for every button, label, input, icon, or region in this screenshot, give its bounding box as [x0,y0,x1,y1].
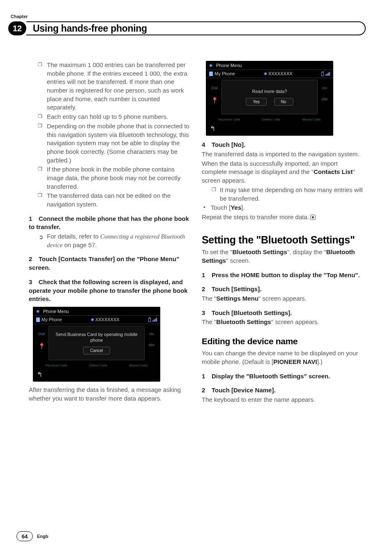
ui-screenshot-read-more: ✱ Phone Menu My Phone ✱XXXXXXXX Dial📍 ct… [206,61,333,136]
chapter-title-bar: 12 Using hands-free phoning [8,20,366,38]
step-num: 3 [202,309,212,317]
step-title: Touch [Device Name]. [212,387,276,394]
ss-left-tabs: Dial📍 [208,80,221,123]
marker-icon: 📍 [208,97,221,104]
ss-tab: Missed Calls [129,363,148,368]
action-item: Touch [Yes]. [203,204,363,212]
note-item: It may take time depending on how many e… [212,186,363,203]
ss-body: Dial📍 ctssfer Send Business Card by oper… [33,324,160,368]
battery-icon [148,318,151,322]
step-heading: 1Press the HOME button to display the "T… [202,271,363,280]
ss-tab: Missed Calls [302,117,321,122]
step-text: The "Bluetooth Settings" screen appears. [202,318,363,327]
step-num: 1 [202,372,212,381]
left-column: The maximum 1 000 entries can be transfe… [29,61,190,404]
step-num: 1 [202,271,212,280]
ss-message: Send Business Card by operating mobileph… [55,331,137,343]
sec2-step-3: 3Touch [Bluetooth Settings]. The "Blueto… [202,309,363,327]
ss-device-row: My Phone ✱XXXXXXXX [206,70,333,78]
signal-icon [152,318,157,322]
ss-tab-partial: sfer [145,343,159,348]
language-code: Engb [37,534,48,539]
step-1: 1Connect the mobile phone that has the p… [29,215,190,250]
step-title: Touch [Bluetooth Settings]. [212,309,292,316]
bullet-item: The transferred data can not be edited o… [38,192,190,208]
ss-tab-partial: cts [318,86,332,90]
step-heading: 1Display the "Bluetooth Settings" screen… [202,372,363,381]
page-number: 64 [16,531,33,541]
ss-bottom-tabs: Received Calls Dialled Calls Missed Call… [208,117,332,122]
battery-icon [321,72,324,76]
chapter-label: Chapter [8,14,363,19]
ss-device-row: My Phone ✱XXXXXXXX [33,315,160,324]
back-icon[interactable]: ↰ [33,368,160,379]
ss-titlebar: ✱ Phone Menu [33,307,160,315]
section-intro: To set the "Bluetooth Settings", display… [202,248,363,265]
yes-button[interactable]: Yes [246,98,266,106]
ss-tab: Received Calls [218,117,240,122]
ss-tab: Dialled Calls [262,117,280,122]
cancel-button[interactable]: Cancel [83,347,110,355]
right-column: ✱ Phone Menu My Phone ✱XXXXXXXX Dial📍 ct… [202,61,363,404]
ss-bottom-tabs: Received Calls Dialled Calls Missed Call… [35,363,159,368]
phone-icon [209,72,213,76]
ss-msg-line: Send Business Card by operating mobile [55,332,137,337]
ss-device-id: XXXXXXXX [268,71,293,76]
chapter-title: Using hands-free phoning [33,23,147,34]
step-title: Check that the following screen is displ… [29,278,188,302]
section-heading-editing-device-name: Editing the device name [202,336,363,348]
ss-dialog: Send Business Card by operating mobileph… [48,326,145,360]
page-footer: 64 Engb [16,531,48,541]
content-columns: The maximum 1 000 entries can be transfe… [29,61,363,404]
reference-list: For details, refer to Connecting a regis… [29,232,190,249]
step-2: 2Touch [Contacts Transfer] on the "Phone… [29,255,190,272]
signal-icon [325,72,330,76]
bluetooth-icon: ✱ [264,72,267,76]
ss-message: Read more data? [252,88,287,94]
step-heading: 1Connect the mobile phone that has the p… [29,215,190,232]
phone-icon [36,317,40,322]
step-title: Touch [Settings]. [212,285,261,292]
after-transfer-text: After transferring the data is finished,… [29,386,190,403]
ss-device-label: My Phone [214,71,235,77]
step-3: 3Check that the following screen is disp… [29,278,190,303]
ss-tab-partial: sfer [318,97,332,102]
ss-tab: Dialled Calls [89,363,107,368]
bullet-item: Depending on the mobile phone that is co… [38,122,190,164]
ui-screenshot-send-card: ✱ Phone Menu My Phone ✱XXXXXXXX Dial📍 ct… [33,307,160,382]
ss-right-tabs: ctssfer [145,326,159,368]
step-text: The keyboard to enter the name appears. [202,396,363,404]
sec3-step-1: 1Display the "Bluetooth Settings" screen… [202,372,363,381]
action-list: Touch [Yes]. [202,204,363,212]
step-num: 2 [29,255,39,264]
bullet-item: Each entry can hold up to 5 phone number… [38,113,190,121]
step-title: Touch [No]. [212,141,245,148]
sec2-step-2: 2Touch [Settings]. The "Settings Menu" s… [202,285,363,303]
ss-msg-line: phone [90,338,103,343]
back-icon[interactable]: ↰ [206,123,333,133]
sec3-step-2: 2Touch [Device Name]. The keyboard to en… [202,386,363,404]
ss-title: Phone Menu [43,308,69,315]
ss-device-label: My Phone [42,317,62,323]
ss-tab-partial: cts [145,331,159,336]
step-title: Press the HOME button to display the "To… [212,271,360,278]
step-heading: 2Touch [Device Name]. [202,386,363,395]
marker-icon: 📍 [35,343,48,350]
info-bullets: The maximum 1 000 entries can be transfe… [29,61,190,209]
no-button[interactable]: No [274,98,293,106]
section-end-icon [310,215,316,220]
step-num: 4 [202,141,212,149]
ref-suffix: on page 57. [62,241,97,248]
ss-dialog: Read more data? Yes No [221,80,318,114]
step-title: Display the "Bluetooth Settings" screen. [212,373,330,380]
ss-right-tabs: ctssfer [318,80,332,123]
repeat-text: Repeat the steps to transfer more data. [202,213,363,222]
ss-button-row: Yes No [246,98,293,106]
ss-device-id: XXXXXXXX [95,317,120,322]
chapter-number-pill: 12 [8,21,26,35]
page: Chapter 12 Using hands-free phoning The … [0,0,392,556]
step-heading: 2Touch [Settings]. [202,285,363,294]
bluetooth-icon: ✱ [209,63,212,69]
step-heading: 4Touch [No]. [202,141,363,149]
step-num: 3 [29,278,39,287]
